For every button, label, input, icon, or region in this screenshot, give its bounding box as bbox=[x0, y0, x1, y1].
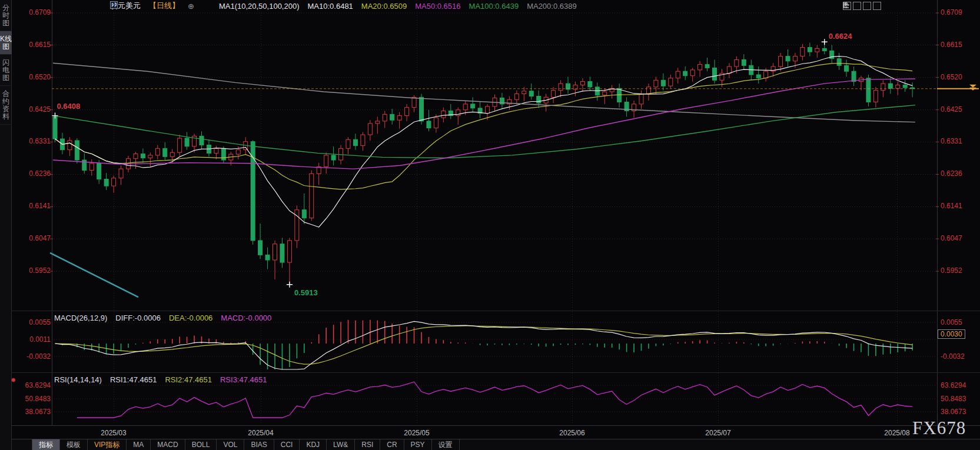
trading-app: { "header": { "symbol": "澳元美元", "period_… bbox=[0, 0, 980, 450]
price-axis-label-left: 0.6520 bbox=[14, 73, 51, 81]
toolbar-item-KDJ[interactable]: KDJ bbox=[300, 439, 327, 450]
price-axis-label-right: 0.6331 bbox=[941, 137, 962, 145]
price-axis-label-right: 0.6047 bbox=[941, 234, 962, 242]
month-label: 2025/03 bbox=[93, 429, 134, 437]
period-tag: 【日线】 bbox=[149, 1, 180, 11]
toolbar-item-模板[interactable]: 模板 bbox=[60, 439, 88, 450]
price-axis-label-left: 0.6615 bbox=[14, 41, 51, 49]
sidebar-tab[interactable]: K线图 bbox=[0, 31, 12, 55]
macd-header: MACD(26,12,9) DIFF:-0.0006 DEA:-0.0006 M… bbox=[54, 314, 271, 322]
macd-macd-value: MACD:-0.0000 bbox=[221, 314, 271, 322]
toolbar-item-指标[interactable]: 指标 bbox=[32, 439, 60, 450]
toolbar-item-MACD[interactable]: MACD bbox=[151, 439, 185, 450]
price-axis-label-left: 0.6047 bbox=[14, 234, 51, 242]
price-axis-label-left: 0.6236 bbox=[14, 169, 51, 178]
rsi-axis-label-left: 50.8483 bbox=[14, 395, 51, 403]
macd-axis-label-left: 0.0011 bbox=[14, 335, 51, 344]
toolbar-item-BIAS[interactable]: BIAS bbox=[244, 439, 274, 450]
toolbar-item-MA[interactable]: MA bbox=[127, 439, 151, 450]
rsi1-value: RSI1:47.4651 bbox=[110, 375, 157, 384]
compare-add-icon[interactable]: ⊕ bbox=[188, 2, 194, 11]
ma100-value: MA100:0.6439 bbox=[469, 2, 519, 11]
macd-dea-value: DEA:-0.0006 bbox=[169, 314, 212, 322]
rsi2-value: RSI2:47.4651 bbox=[165, 375, 212, 384]
chart-header: 澳元美元 【日线】 ⊕ MA1(10,20,50,100,200) MA10:0… bbox=[110, 1, 577, 11]
month-label: 2025/05 bbox=[396, 429, 437, 437]
price-axis-label-left: 0.6141 bbox=[14, 202, 51, 210]
macd-diff-value: DIFF:-0.0006 bbox=[115, 314, 161, 322]
auto-scale-icon[interactable] bbox=[853, 2, 861, 10]
macd-axis-label-left: 0.0055 bbox=[14, 318, 51, 326]
month-label: 2025/08 bbox=[876, 429, 918, 437]
rsi-axis-label-left: 38.0673 bbox=[14, 408, 51, 416]
price-axis-label-left: 0.5952 bbox=[14, 266, 51, 275]
price-annotation: 0.6624 bbox=[829, 32, 852, 41]
price-axis-label-left: 0.6425 bbox=[14, 105, 51, 114]
sidebar-tab[interactable]: 分时图 bbox=[0, 0, 12, 31]
ma200-value: MA200:0.6389 bbox=[527, 2, 577, 11]
price-annotation: 0.6408 bbox=[57, 102, 81, 111]
macd-title: MACD(26,12,9) bbox=[54, 314, 107, 322]
month-label: 2025/04 bbox=[240, 429, 281, 437]
toolbar-item-LW&[interactable]: LW& bbox=[327, 439, 355, 450]
ma-settings: MA1(10,20,50,100,200) bbox=[219, 2, 300, 11]
price-axis-label-right: 0.6425 bbox=[941, 105, 962, 114]
price-axis-label-right: 0.5952 bbox=[941, 266, 962, 275]
rsi-axis-label-right: 50.8483 bbox=[941, 395, 966, 403]
rsi-axis-label-right: 38.0673 bbox=[941, 408, 966, 416]
toolbar-item-RSI[interactable]: RSI bbox=[355, 439, 380, 450]
ma10-value: MA10:0.6481 bbox=[308, 2, 353, 11]
price-axis-label-left: 0.6331 bbox=[14, 137, 51, 145]
chart-tool-icons bbox=[843, 2, 881, 10]
toolbar-item-VOL[interactable]: VOL bbox=[217, 439, 244, 450]
indicator-toolbar: 指标模板VIP指标MAMACDBOLLVOLBIASCCIKDJLW&RSICR… bbox=[12, 439, 980, 450]
rsi-title: RSI(14,14,14) bbox=[54, 375, 102, 384]
macd-axis-label-right: 0.0055 bbox=[941, 318, 962, 326]
month-label: 2025/06 bbox=[552, 429, 593, 437]
ma20-value: MA20:0.6509 bbox=[361, 2, 407, 11]
toolbar-item-VIP指标[interactable]: VIP指标 bbox=[88, 439, 127, 450]
toolbar-item-设置[interactable]: 设置 bbox=[432, 439, 460, 450]
time-axis-row: 日线 ▲ 2025/05/22 星期四 bbox=[0, 425, 980, 439]
macd-axis-label-right: -0.0032 bbox=[941, 352, 965, 361]
sidebar-tab[interactable]: 合约资料 bbox=[0, 86, 12, 125]
toolbar-item-CCI[interactable]: CCI bbox=[274, 439, 300, 450]
rsi3-value: RSI3:47.4651 bbox=[220, 375, 267, 384]
toolbar-item-PSY[interactable]: PSY bbox=[404, 439, 432, 450]
price-axis-label-right: 0.6236 bbox=[941, 169, 962, 178]
price-axis-label-left: 0.6709 bbox=[14, 8, 51, 16]
chart-type-sidebar: 分时图K线图闪电图合约资料 bbox=[0, 0, 12, 450]
play-forward-icon[interactable] bbox=[863, 2, 871, 10]
toolbar-item-CR[interactable]: CR bbox=[380, 439, 404, 450]
sidebar-tab[interactable]: 闪电图 bbox=[0, 55, 12, 86]
price-axis-label-right: 0.6709 bbox=[941, 8, 962, 16]
price-annotation: 0.5913 bbox=[294, 288, 318, 297]
rsi-axis-label-right: 63.6294 bbox=[941, 381, 966, 389]
price-axis-label-right: 0.6141 bbox=[941, 202, 962, 210]
price-axis-label-right: 0.6520 bbox=[941, 73, 962, 81]
rsi-axis-label-left: 63.6294 bbox=[14, 381, 51, 389]
ma50-value: MA50:0.6516 bbox=[415, 2, 460, 11]
macd-axis-label-left: -0.0032 bbox=[14, 352, 51, 361]
price-axis-label-right: 0.6615 bbox=[941, 41, 962, 49]
rsi-header: RSI(14,14,14) RSI1:47.4651 RSI2:47.4651 … bbox=[54, 375, 267, 384]
month-label: 2025/07 bbox=[697, 429, 739, 437]
macd-current-value-box: 0.0030 bbox=[938, 329, 965, 339]
toolbar-item-BOLL[interactable]: BOLL bbox=[185, 439, 217, 450]
rsi-settings-icon[interactable]: ✹ bbox=[11, 376, 16, 384]
step-forward-icon[interactable] bbox=[873, 2, 881, 10]
